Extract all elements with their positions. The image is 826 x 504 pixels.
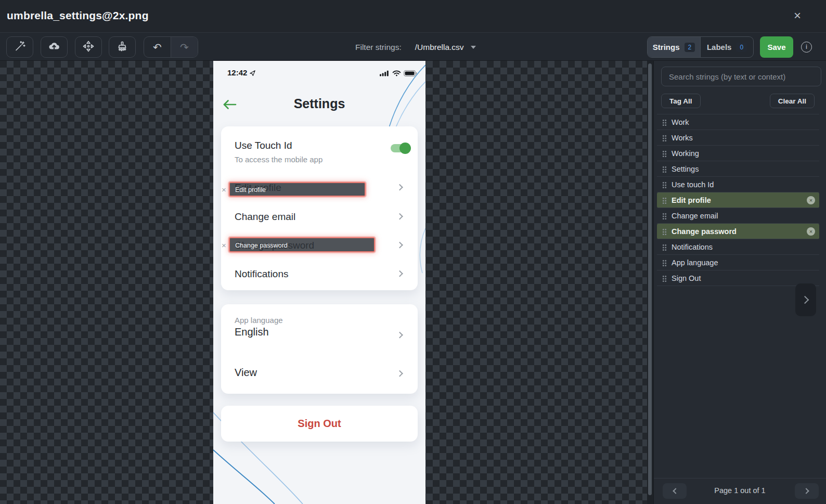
signal-icon — [380, 69, 390, 79]
notifications-row: Notifications — [221, 263, 418, 286]
pagination: Page 1 out of 1 — [654, 478, 826, 504]
phone-screenshot: 12:42 Settings — [213, 61, 425, 504]
caret-down-icon — [471, 46, 476, 49]
string-label: Working — [672, 149, 699, 158]
change-email-row: Change email — [221, 205, 418, 228]
chevron-right-icon — [396, 242, 403, 249]
string-row-notifications[interactable]: Notifications — [657, 239, 819, 255]
chevron-right-icon — [396, 184, 403, 191]
string-row-working[interactable]: Working — [657, 146, 819, 161]
redo-icon[interactable]: ↷ — [171, 37, 198, 57]
status-time: 12:42 — [227, 68, 247, 77]
location-icon — [249, 69, 256, 79]
close-icon[interactable]: × — [790, 8, 805, 23]
toolbar: ↶ ↷ Filter strings: /Umbrella.csv String… — [0, 32, 826, 61]
move-button[interactable] — [75, 36, 102, 58]
phone-page-title: Settings — [213, 96, 425, 111]
info-icon[interactable]: i — [801, 42, 812, 53]
canvas-scrollbar[interactable] — [648, 63, 652, 495]
magic-wand-icon — [14, 41, 25, 54]
chevron-right-icon — [801, 296, 809, 304]
move-icon — [83, 41, 94, 54]
tag-overlay-label: Change password — [235, 242, 288, 249]
magic-wand-button[interactable] — [6, 36, 33, 58]
drag-handle-icon[interactable] — [662, 275, 667, 282]
title-bar: umbrella_settings@2x.png × — [0, 0, 826, 32]
search-input[interactable] — [661, 67, 821, 86]
string-label: Notifications — [672, 243, 713, 251]
string-row-app-language[interactable]: App language — [657, 255, 819, 270]
touch-id-toggle — [391, 144, 409, 152]
tag-overlay-change-password[interactable]: × Change password — [229, 237, 375, 252]
next-page-button[interactable] — [795, 483, 819, 499]
string-row-use-touch-id[interactable]: Use touch Id — [657, 177, 819, 192]
upload-button[interactable] — [41, 36, 68, 58]
string-row-sign-out[interactable]: Sign Out — [657, 270, 819, 286]
drag-handle-icon[interactable] — [662, 259, 667, 266]
chevron-right-icon — [803, 488, 809, 494]
save-button[interactable]: Save — [760, 36, 793, 58]
filter-strings: Filter strings: /Umbrella.csv — [355, 33, 476, 61]
labels-tab-label: Labels — [707, 43, 732, 51]
remove-tag-icon[interactable]: × — [222, 185, 226, 194]
battery-icon — [404, 69, 417, 79]
window-title: umbrella_settings@2x.png — [7, 9, 149, 22]
string-row-works[interactable]: Works — [657, 130, 819, 146]
tab-labels[interactable]: Labels 0 — [701, 37, 753, 57]
labels-count-badge: 0 — [736, 43, 747, 52]
string-label: Change password — [672, 227, 737, 236]
string-label: App language — [672, 259, 718, 267]
tag-overlay-edit-profile[interactable]: × Edit profile — [229, 182, 366, 197]
drag-handle-icon[interactable] — [662, 119, 667, 126]
string-label: Edit profile — [672, 196, 711, 204]
undo-icon[interactable]: ↶ — [144, 37, 171, 57]
undo-redo-group: ↶ ↷ — [144, 36, 198, 58]
view-label: View — [235, 367, 257, 379]
drag-handle-icon[interactable] — [662, 228, 667, 235]
brush-button[interactable] — [109, 36, 136, 58]
security-card: Use Touch Id To access the mobile app Ed… — [221, 126, 418, 290]
string-label: Sign Out — [672, 274, 701, 282]
filter-dropdown[interactable]: /Umbrella.csv — [415, 43, 476, 52]
brush-icon — [117, 41, 128, 54]
filter-label: Filter strings: — [355, 43, 402, 52]
toggle-knob — [399, 143, 411, 154]
canvas-scroll-track — [647, 61, 653, 504]
drag-handle-icon[interactable] — [662, 134, 667, 141]
string-label: Settings — [672, 165, 699, 173]
string-row-work[interactable]: Work — [657, 114, 819, 130]
editor-canvas[interactable]: 12:42 Settings — [0, 61, 647, 504]
sign-out-label: Sign Out — [298, 418, 341, 430]
string-label: Use touch Id — [672, 180, 714, 189]
language-card: App language English View — [221, 304, 418, 394]
strings-labels-tabs: Strings 2 Labels 0 — [647, 36, 754, 58]
drag-handle-icon[interactable] — [662, 243, 667, 251]
strings-count-badge: 2 — [685, 43, 695, 52]
untag-icon[interactable]: × — [807, 196, 815, 204]
chevron-right-icon — [396, 332, 403, 339]
drag-handle-icon[interactable] — [662, 212, 667, 219]
string-row-edit-profile[interactable]: Edit profile × — [657, 192, 819, 208]
back-arrow-icon — [222, 99, 237, 112]
string-row-change-password[interactable]: Change password × — [657, 224, 819, 239]
tag-all-button[interactable]: Tag All — [661, 94, 701, 108]
change-email-label: Change email — [235, 211, 295, 223]
collapse-panel-button[interactable] — [795, 283, 816, 316]
app-language-value: English — [235, 326, 269, 338]
drag-handle-icon[interactable] — [662, 181, 667, 188]
drag-handle-icon[interactable] — [662, 165, 667, 173]
string-row-settings[interactable]: Settings — [657, 161, 819, 177]
clear-all-button[interactable]: Clear All — [770, 94, 815, 108]
wifi-icon — [392, 69, 401, 79]
chevron-right-icon — [396, 213, 403, 220]
cloud-upload-icon — [48, 41, 60, 54]
drag-handle-icon[interactable] — [662, 197, 667, 204]
string-row-change-email[interactable]: Change email — [657, 208, 819, 224]
tab-strings[interactable]: Strings 2 — [648, 37, 701, 57]
chevron-right-icon — [396, 370, 403, 377]
use-touch-id-label: Use Touch Id — [235, 140, 292, 151]
drag-handle-icon[interactable] — [662, 150, 667, 157]
remove-tag-icon[interactable]: × — [222, 240, 226, 249]
app-language-label: App language — [235, 316, 283, 325]
untag-icon[interactable]: × — [807, 227, 815, 236]
